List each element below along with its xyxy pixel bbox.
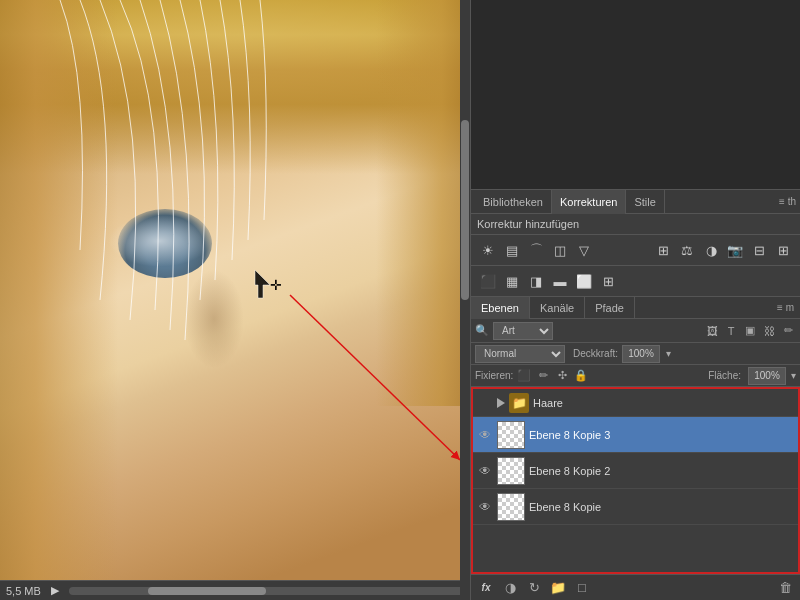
filter-pencil-icon[interactable]: ✏ xyxy=(780,323,796,339)
layer-group-haare[interactable]: 📁 Haare xyxy=(473,389,798,417)
layer-thumb-ebene8kopie2 xyxy=(497,457,525,485)
layer-filter-icons: 🖼 T ▣ ⛓ ✏ xyxy=(704,323,796,339)
tab-stile[interactable]: Stile xyxy=(626,190,664,214)
correction-icons-2: ⬛ ▦ ◨ ▬ ⬜ ⊞ xyxy=(471,266,800,297)
colorbalance-icon[interactable]: ⚖ xyxy=(676,239,698,261)
channelmixer-icon[interactable]: ⊟ xyxy=(748,239,770,261)
corrections-header: Korrektur hinzufügen xyxy=(471,214,800,235)
hsl-icon[interactable]: ⊞ xyxy=(652,239,674,261)
tab-pfade[interactable]: Pfade xyxy=(585,297,635,319)
brightness-icon[interactable]: ☀ xyxy=(477,239,499,261)
scroll-track-h[interactable] xyxy=(69,587,464,595)
fix-brush-icon[interactable]: ✏ xyxy=(535,368,551,384)
delete-layer-button[interactable]: 🗑 xyxy=(776,579,794,597)
scrollbar-v[interactable] xyxy=(460,0,470,600)
eye-icon-ebene8kopie[interactable]: 👁 xyxy=(477,499,493,515)
fix-label: Fixieren: xyxy=(475,370,513,381)
status-text: 5,5 MB xyxy=(6,585,41,597)
layer-thumb-ebene8kopie3 xyxy=(497,421,525,449)
canvas-area: ✛ 5,5 MB ▶ xyxy=(0,0,470,600)
flache-label: Fläche: xyxy=(708,370,741,381)
triangle-icon[interactable]: ▽ xyxy=(573,239,595,261)
scroll-thumb-h xyxy=(148,587,267,595)
tab-kanaele[interactable]: Kanäle xyxy=(530,297,585,319)
layer-group-haare-name: Haare xyxy=(533,397,794,409)
filter-text-icon[interactable]: T xyxy=(723,323,739,339)
scrollbar-thumb-v xyxy=(461,120,469,300)
invert-icon[interactable]: ⬛ xyxy=(477,270,499,292)
exposure-icon[interactable]: ◫ xyxy=(549,239,571,261)
opacity-value[interactable]: 100% xyxy=(622,345,660,363)
blend-mode-row: Normal Deckkraft: 100% ▾ xyxy=(471,343,800,365)
layer-thumb-ebene8kopie xyxy=(497,493,525,521)
layer-item-ebene8kopie2[interactable]: 👁 Ebene 8 Kopie 2 xyxy=(473,453,798,489)
layer-name-ebene8kopie2: Ebene 8 Kopie 2 xyxy=(529,465,794,477)
flache-value[interactable]: 100% xyxy=(748,367,786,385)
eye-icon-ebene8kopie3[interactable]: 👁 xyxy=(477,427,493,443)
blend-mode-select[interactable]: Normal xyxy=(475,345,565,363)
levels-icon[interactable]: ▤ xyxy=(501,239,523,261)
fx-button[interactable]: fx xyxy=(477,579,495,597)
eye-icon-haare[interactable] xyxy=(477,395,493,411)
tab-ebenen[interactable]: Ebenen xyxy=(471,297,530,319)
right-panel: Bibliotheken Korrekturen Stile ≡ th Korr… xyxy=(470,0,800,600)
new-layer-button[interactable]: □ xyxy=(573,579,591,597)
flache-dropdown-icon[interactable]: ▾ xyxy=(791,370,796,381)
opacity-dropdown-icon[interactable]: ▾ xyxy=(666,348,671,359)
eye-icon-ebene8kopie2[interactable]: 👁 xyxy=(477,463,493,479)
grid-icon[interactable]: ⊞ xyxy=(597,270,619,292)
histogram-panel xyxy=(471,0,800,190)
layers-list: 📁 Haare 👁 Ebene 8 Kopie 3 👁 Ebene 8 Kopi… xyxy=(471,387,800,574)
search-icon: 🔍 xyxy=(475,324,489,337)
canvas-bottom-bar: 5,5 MB ▶ xyxy=(0,580,470,600)
layers-panel-menu[interactable]: ≡ m xyxy=(771,297,800,318)
layer-type-select[interactable]: Art xyxy=(493,322,553,340)
layers-bottom-toolbar: fx ◑ ↻ 📁 □ 🗑 xyxy=(471,574,800,600)
fix-row: Fixieren: ⬛ ✏ ✣ 🔒 Fläche: 100% ▾ xyxy=(471,365,800,387)
layer-item-ebene8kopie3[interactable]: 👁 Ebene 8 Kopie 3 xyxy=(473,417,798,453)
curves-icon[interactable]: ⌒ xyxy=(525,239,547,261)
fix-move-icon[interactable]: ⬛ xyxy=(516,368,532,384)
gradient-icon[interactable]: ▬ xyxy=(549,270,571,292)
photo-icon[interactable]: 📷 xyxy=(724,239,746,261)
new-group-button[interactable]: 📁 xyxy=(549,579,567,597)
selective-icon[interactable]: ⬜ xyxy=(573,270,595,292)
threshold-icon[interactable]: ◨ xyxy=(525,270,547,292)
posterize-icon[interactable]: ▦ xyxy=(501,270,523,292)
panel-menu-btn[interactable]: ≡ th xyxy=(779,196,796,207)
top-tabs-row: Bibliotheken Korrekturen Stile ≡ th xyxy=(471,190,800,214)
expand-icon-haare[interactable] xyxy=(497,398,505,408)
filter-adjust-icon[interactable]: ▣ xyxy=(742,323,758,339)
correction-icons: ☀ ▤ ⌒ ◫ ▽ ⊞ ⚖ ◑ 📷 ⊟ ⊞ xyxy=(471,235,800,266)
adjustment-button[interactable]: ↻ xyxy=(525,579,543,597)
layers-tabs: Ebenen Kanäle Pfade ≡ m xyxy=(471,297,800,319)
tab-bibliotheken[interactable]: Bibliotheken xyxy=(475,190,552,214)
layer-name-ebene8kopie: Ebene 8 Kopie xyxy=(529,501,794,513)
layer-name-ebene8kopie3: Ebene 8 Kopie 3 xyxy=(529,429,794,441)
tab-korrekturen[interactable]: Korrekturen xyxy=(552,190,626,214)
bw-icon[interactable]: ◑ xyxy=(700,239,722,261)
canvas-image: ✛ xyxy=(0,0,470,580)
play-button[interactable]: ▶ xyxy=(49,585,61,597)
folder-icon-haare: 📁 xyxy=(509,393,529,413)
layer-filter-row: 🔍 Art 🖼 T ▣ ⛓ ✏ xyxy=(471,319,800,343)
fix-position-icon[interactable]: ✣ xyxy=(554,368,570,384)
layer-item-ebene8kopie[interactable]: 👁 Ebene 8 Kopie xyxy=(473,489,798,525)
filter-img-icon[interactable]: 🖼 xyxy=(704,323,720,339)
colorsearch-icon[interactable]: ⊞ xyxy=(772,239,794,261)
opacity-label: Deckkraft: xyxy=(573,348,618,359)
fix-lock-icon[interactable]: 🔒 xyxy=(573,368,589,384)
filter-chain-icon[interactable]: ⛓ xyxy=(761,323,777,339)
add-mask-button[interactable]: ◑ xyxy=(501,579,519,597)
